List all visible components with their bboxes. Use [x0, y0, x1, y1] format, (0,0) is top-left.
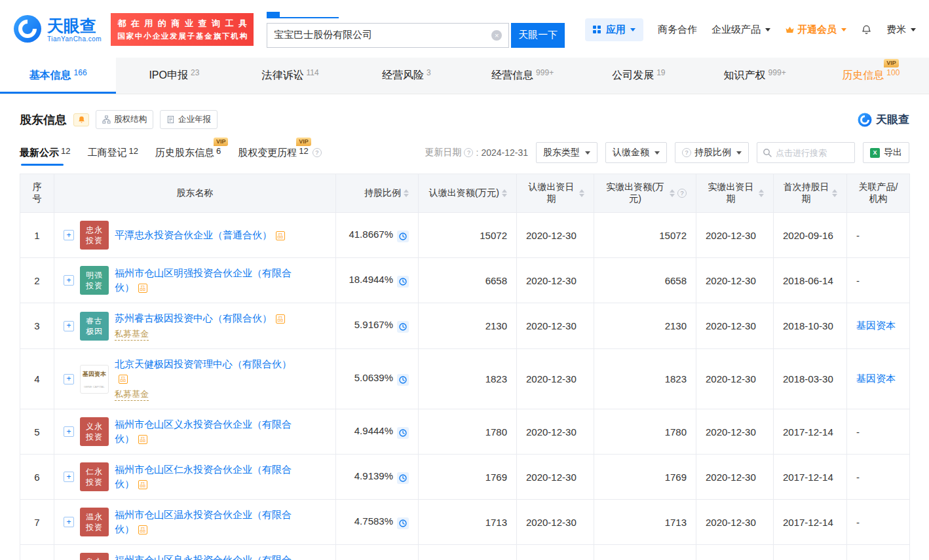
column-header[interactable]: 持股比例	[336, 174, 419, 213]
expand-row-button[interactable]: +	[64, 426, 74, 437]
main-tab[interactable]: 经营风险 3	[349, 58, 464, 94]
column-header-label: 认缴出资额(万元)	[429, 187, 499, 199]
shareholder-avatar[interactable]: 良永 投资	[80, 553, 109, 560]
table-row: 1 + 忠永 投资 平潭忠永投资合伙企业（普通合伙）品 41.8667% 150…	[20, 213, 910, 258]
expand-row-button[interactable]: +	[64, 275, 74, 286]
private-fund-tag[interactable]: 私募基金	[115, 328, 149, 341]
help-icon[interactable]: ?	[677, 189, 687, 198]
shareholder-name-link[interactable]: 苏州睿古极因投资中心（有限合伙）	[115, 312, 272, 324]
expand-row-button[interactable]: +	[64, 230, 74, 240]
equity-structure-icon[interactable]: 品	[138, 480, 147, 489]
shareholder-name-link[interactable]: 平潭忠永投资合伙企业（普通合伙）	[115, 229, 272, 240]
table-search-input[interactable]	[776, 148, 849, 158]
shareholding-history-icon[interactable]	[397, 427, 409, 439]
shareholder-name-link[interactable]: 福州市仓山区良永投资合伙企业（有限合伙）	[115, 554, 292, 560]
clear-search-icon[interactable]: ×	[491, 30, 502, 41]
filter-dropdown[interactable]: 股东类型	[536, 142, 597, 163]
subtab[interactable]: 股权变更历程 VIP 12 ?	[238, 147, 321, 159]
annual-report-button[interactable]: 企业年报	[160, 110, 218, 129]
nav-enterprise[interactable]: 企业级产品	[711, 24, 770, 36]
expand-row-button[interactable]: +	[64, 517, 74, 527]
ratio-value: 4.9139%	[354, 470, 393, 481]
column-header[interactable]: 实缴出资额(万元) ?	[594, 174, 696, 213]
export-button[interactable]: X 导出	[863, 142, 909, 163]
search-type-tab[interactable]	[297, 12, 299, 17]
help-icon[interactable]: ?	[464, 148, 473, 157]
shareholder-avatar[interactable]: 仁永 投资	[80, 462, 109, 491]
related-product[interactable]: 基因资本	[856, 373, 896, 384]
paid-date: 2020-12-30	[706, 373, 756, 384]
tianyancha-logo[interactable]: 天眼查 TianYanCha.com	[13, 14, 102, 45]
username-label: 费米	[886, 24, 906, 36]
shareholder-name-link[interactable]: 北京天健极因投资管理中心（有限合伙）	[115, 358, 292, 369]
subtab[interactable]: 工商登记 12	[87, 147, 138, 159]
user-menu[interactable]: 费米	[886, 24, 916, 36]
subtab-label: 历史股东信息	[155, 147, 214, 159]
sort-icon[interactable]	[832, 189, 837, 197]
main-tab[interactable]: IPO申报 23	[116, 58, 232, 94]
search-type-tab[interactable]	[267, 12, 280, 17]
open-vip-button[interactable]: 开通会员	[785, 24, 846, 36]
subscribed-date: 2020-12-30	[526, 472, 577, 483]
expand-row-button[interactable]: +	[64, 374, 74, 384]
equity-structure-icon[interactable]: 品	[138, 435, 147, 444]
shareholding-history-icon[interactable]	[397, 517, 409, 529]
main-tab[interactable]: 基本信息 166	[0, 58, 116, 94]
equity-structure-icon[interactable]: 品	[119, 375, 128, 384]
nav-cooperation[interactable]: 商务合作	[658, 24, 697, 36]
shareholding-history-icon[interactable]	[397, 276, 409, 288]
expand-row-button[interactable]: +	[64, 472, 74, 482]
shareholding-history-icon[interactable]	[397, 321, 409, 333]
first-holding-date: 2017-12-14	[783, 517, 833, 528]
main-tab[interactable]: 知识产权 999+	[697, 58, 813, 94]
shareholder-avatar[interactable]: 明强 投资	[80, 266, 109, 295]
related-product: -	[856, 517, 860, 528]
notifications-bell-icon[interactable]	[861, 24, 872, 35]
shareholder-avatar[interactable]: 义永 投资	[80, 417, 109, 446]
cooperation-label: 商务合作	[658, 24, 697, 36]
related-product[interactable]: 基因资本	[856, 320, 896, 331]
subtab[interactable]: 历史股东信息 VIP 6	[155, 147, 221, 159]
company-search-input[interactable]	[274, 29, 491, 41]
chevron-down-icon	[630, 28, 635, 31]
shareholder-avatar[interactable]: 睿古 极因	[80, 312, 109, 341]
org-chart-icon	[102, 115, 111, 124]
sort-icon[interactable]	[579, 189, 584, 197]
shareholding-history-icon[interactable]	[397, 231, 409, 242]
subtab[interactable]: 最新公示 12	[20, 147, 70, 159]
shareholding-history-icon[interactable]	[397, 374, 409, 386]
main-tab[interactable]: 法律诉讼 114	[233, 58, 349, 94]
sort-icon[interactable]	[404, 189, 409, 197]
column-header[interactable]: 认缴出资额(万元)	[419, 174, 517, 213]
shareholder-avatar[interactable]: 基因资本 GENE CAPITAL	[80, 365, 109, 394]
sort-icon[interactable]	[502, 189, 507, 197]
main-tab[interactable]: 历史信息 VIP 100	[813, 58, 929, 94]
expand-row-button[interactable]: +	[64, 321, 74, 331]
chevron-down-icon	[736, 151, 742, 155]
column-header[interactable]: 认缴出资日期	[517, 174, 594, 213]
search-type-tab[interactable]	[336, 12, 339, 17]
shareholder-avatar[interactable]: 温永 投资	[80, 508, 109, 536]
private-fund-tag[interactable]: 私募基金	[115, 388, 149, 401]
row-index: 3	[34, 320, 39, 331]
main-tab[interactable]: 经营信息 999+	[464, 58, 580, 94]
equity-structure-icon[interactable]: 品	[276, 231, 285, 240]
equity-structure-icon[interactable]: 品	[138, 284, 147, 293]
main-tab[interactable]: 公司发展 19	[580, 58, 696, 94]
search-submit-button[interactable]: 天眼一下	[511, 23, 565, 48]
apps-menu[interactable]: 应用	[585, 18, 643, 41]
equity-structure-icon[interactable]: 品	[276, 314, 285, 324]
search-type-tab[interactable]	[316, 12, 319, 17]
shareholder-avatar[interactable]: 忠永 投资	[80, 221, 109, 250]
shareholding-history-icon[interactable]	[397, 472, 409, 484]
help-icon[interactable]: ?	[313, 148, 322, 157]
filter-dropdown[interactable]: ? 持股比例	[675, 142, 749, 163]
equity-structure-icon[interactable]: 品	[138, 525, 147, 534]
equity-structure-button[interactable]: 股权结构	[96, 110, 153, 129]
column-header[interactable]: 首次持股日期	[774, 174, 847, 213]
sort-icon[interactable]	[670, 189, 675, 197]
sort-icon[interactable]	[759, 189, 764, 197]
filter-dropdown[interactable]: 认缴金额	[605, 142, 667, 163]
monitor-bell-icon[interactable]	[73, 113, 89, 126]
column-header[interactable]: 实缴出资日期	[696, 174, 774, 213]
